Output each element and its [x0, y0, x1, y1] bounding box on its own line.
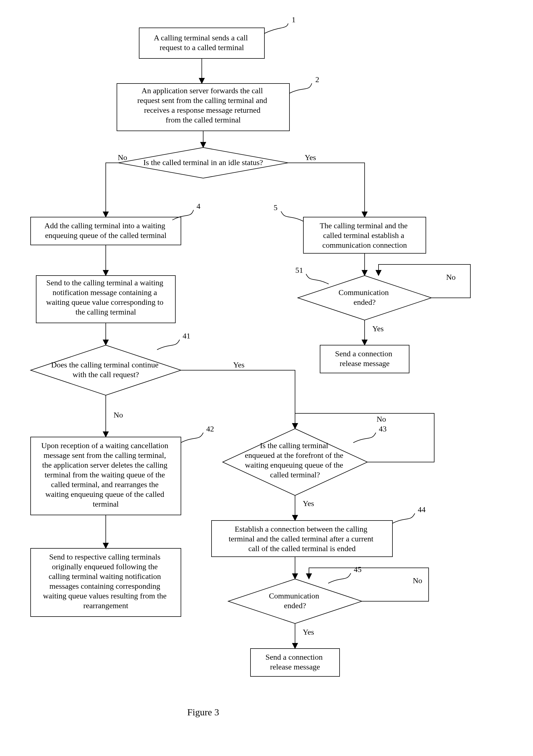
step-42-num: 42 [206, 424, 214, 433]
figure-caption: Figure 3 [187, 707, 219, 717]
decision-idle-text: Is the called terminal in an idle status… [143, 158, 263, 167]
edge-45-451-label: Yes [303, 628, 314, 636]
edge-43-loop-label: No [377, 415, 386, 423]
decision-45-num: 45 [354, 565, 361, 574]
flowchart-figure: A calling terminal sends a call request … [0, 0, 533, 756]
edge-45-loop-label: No [413, 576, 422, 585]
edge-3-5-label: Yes [305, 153, 316, 162]
decision-51-num: 51 [295, 266, 303, 275]
edge-3-4-label: No [118, 153, 127, 162]
step-5-text: The calling terminal and the called term… [320, 221, 410, 249]
step-5-num: 5 [274, 203, 278, 212]
decision-41-num: 41 [183, 332, 190, 340]
edge-41-42-label: No [114, 411, 123, 419]
edge-51-loop-label: No [446, 273, 456, 282]
edge-43-44-label: Yes [303, 499, 314, 508]
edge-3-5 [288, 163, 365, 217]
step-1-num: 1 [292, 15, 296, 24]
edge-51-52-label: Yes [372, 324, 384, 333]
step-44-text: Establish a connection between the calli… [228, 525, 375, 553]
step-2-num: 2 [315, 75, 319, 84]
edge-41-43 [181, 370, 295, 429]
edge-3-4 [106, 163, 118, 217]
decision-43-num: 43 [379, 424, 386, 433]
edge-41-43-label: Yes [233, 361, 245, 369]
step-44-num: 44 [418, 505, 426, 514]
step-42-text: Upon reception of a waiting cancellation… [41, 441, 170, 508]
step-4-num: 4 [197, 202, 200, 210]
